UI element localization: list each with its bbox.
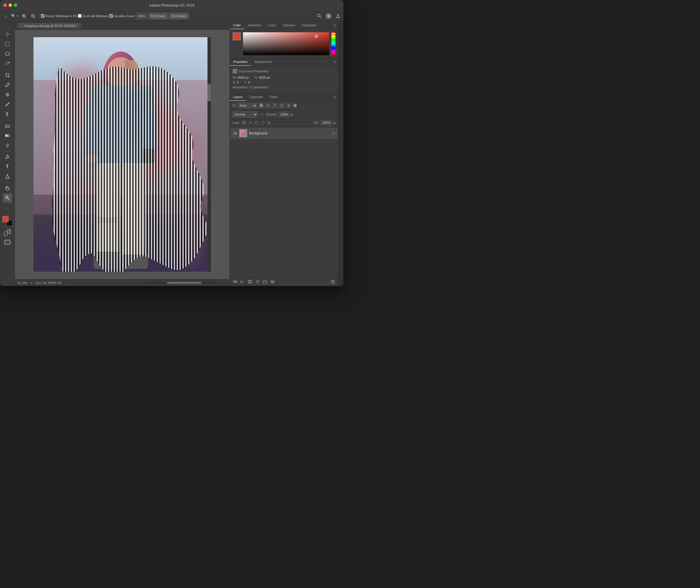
filter-smart-btn[interactable] [286,103,291,108]
filter-pixel-btn[interactable] [258,103,264,108]
fill-arrow[interactable]: ▶ [334,121,336,124]
layer-visibility-icon[interactable] [233,131,237,136]
tab-swatches[interactable]: Swatches [244,22,265,29]
maximize-button[interactable] [14,3,17,7]
tab-libraries[interactable]: Libraries [279,22,298,29]
zoom-all-windows-checkbox-group[interactable]: Zoom All Windows [78,14,108,18]
new-group-btn[interactable] [262,279,268,285]
blend-mode-select[interactable]: Normal Multiply Screen Overlay [232,111,258,118]
tool-clone[interactable] [3,110,12,119]
tab-adjustments[interactable]: Adjustments [251,58,275,66]
color-gradient-box[interactable] [243,32,329,55]
screen-mode-icon[interactable] [4,240,11,245]
tool-pen[interactable] [3,152,12,162]
foreground-swatch[interactable] [233,32,241,40]
tool-zoom[interactable] [3,193,12,202]
horizontal-scroll-thumb[interactable] [167,282,201,284]
zoom-in-button[interactable] [20,12,28,20]
tool-move[interactable] [3,30,12,39]
window-controls[interactable] [3,3,17,7]
close-button[interactable] [3,3,7,7]
foreground-color-box[interactable] [2,216,9,222]
tool-gradient[interactable] [3,131,12,140]
tool-healing[interactable] [3,90,12,99]
tool-extras[interactable]: … [3,203,12,212]
scrubby-zoom-checkbox[interactable] [109,14,113,18]
delete-layer-btn[interactable] [330,279,336,285]
blend-options-icon[interactable] [259,112,264,117]
lock-image-btn[interactable] [247,120,253,125]
tab-layers[interactable]: Layers [230,94,246,101]
fill-screen-button[interactable]: Fill Screen [169,13,189,19]
share-button[interactable] [334,12,342,20]
fit-screen-button[interactable]: Fit Screen [148,13,168,19]
zoom-tool-icon[interactable]: 🔍 ▼ [11,12,19,20]
color-spectrum-bar[interactable] [331,32,335,55]
tab-paths[interactable]: Paths [266,94,281,101]
filter-type-btn[interactable]: T [272,103,278,108]
tab-channels[interactable]: Channels [246,94,266,101]
zoom-percent-input[interactable] [136,13,147,19]
right-panel-collapse[interactable]: ⋮ [338,22,343,286]
tool-path-select[interactable] [3,172,12,181]
minimize-button[interactable] [9,3,12,7]
zoom-out-button[interactable] [29,12,37,20]
new-layer-btn[interactable] [269,279,275,285]
document-tab[interactable]: × changing-color.jpg @ 33.3% (RGB/8) * [17,23,81,28]
filter-toggle[interactable] [293,104,297,107]
svg-marker-14 [5,32,9,37]
tool-eyedropper[interactable] [3,80,12,90]
color-panel-menu-icon[interactable]: ≡ [334,23,336,28]
add-mask-btn[interactable] [247,279,253,285]
panel-expand-icon[interactable]: ⋮⋮ [5,25,10,28]
tab-close-icon[interactable]: × [20,24,22,27]
vertical-scroll-thumb[interactable] [207,84,211,101]
tab-histogram[interactable]: Histogram [298,22,320,29]
resize-windows-checkbox[interactable] [41,14,45,18]
tab-properties[interactable]: Properties [230,58,251,66]
layer-background[interactable]: Background [231,128,337,139]
photo-background [33,37,211,272]
resize-windows-label: Resize Windows to Fit [45,14,77,18]
tab-learn[interactable]: Learn [265,22,279,29]
lock-all-btn[interactable] [266,120,271,125]
color-boxes[interactable] [2,216,13,226]
filter-shape-btn[interactable] [279,103,285,108]
filter-adjustment-btn[interactable] [265,103,271,108]
svg-line-5 [34,17,35,18]
quick-mask-icon[interactable] [4,229,11,236]
tool-quick-select[interactable] [3,59,12,68]
tool-crop[interactable] [3,71,12,80]
doc-info-arrow[interactable]: › [65,281,66,285]
layers-panel-menu-icon[interactable]: ≡ [334,95,336,100]
svg-point-16 [5,62,8,65]
lock-position-btn[interactable] [260,120,265,125]
scrubby-zoom-checkbox-group[interactable]: Scrubby Zoom [109,14,134,18]
kind-filter-select[interactable]: Kind [237,103,257,108]
link-layers-btn[interactable] [232,279,238,285]
tool-text[interactable]: T [3,162,12,171]
tool-hand[interactable] [3,184,12,193]
resize-windows-checkbox-group[interactable]: Resize Windows to Fit [41,14,77,18]
tool-dodge[interactable] [3,141,12,150]
tool-lasso[interactable] [3,49,12,58]
fill-input[interactable] [320,120,332,126]
opacity-arrow[interactable]: ▶ [291,113,293,116]
tool-marquee[interactable] [3,39,12,49]
tab-color[interactable]: Color [230,22,244,29]
vertical-scrollbar[interactable] [207,37,211,272]
arrange-button[interactable] [324,12,332,20]
new-fill-adj-btn[interactable] [254,279,261,285]
search-button[interactable] [315,12,323,20]
lock-transparent-btn[interactable] [241,120,246,125]
horizontal-scrollbar[interactable] [145,282,218,284]
tool-eraser[interactable] [3,121,12,130]
tool-brush[interactable] [3,100,12,109]
lock-artboard-btn[interactable] [254,120,259,125]
zoom-all-windows-checkbox[interactable] [78,14,82,18]
add-style-btn[interactable]: fx [239,279,246,285]
home-button[interactable]: ⌂ [2,12,10,20]
canvas-wrapper[interactable] [15,30,229,279]
opacity-input[interactable] [278,112,290,117]
properties-panel-menu-icon[interactable]: ≡ [334,60,336,64]
